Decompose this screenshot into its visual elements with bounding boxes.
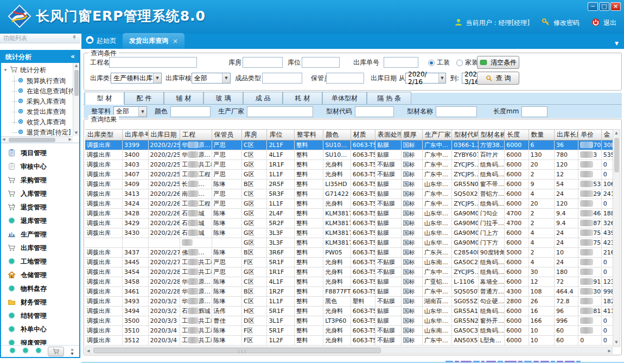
sidebar-item-补单中心[interactable]: 补单中心: [1, 323, 79, 336]
tree-root[interactable]: 统计分析: [1, 63, 79, 76]
material-tab-1[interactable]: 型 材: [85, 92, 124, 105]
tab-home[interactable]: 起始页: [81, 36, 123, 49]
column-header[interactable]: 整零料: [294, 130, 323, 141]
column-header[interactable]: 数量: [529, 130, 554, 141]
profile-code-input[interactable]: [355, 106, 394, 117]
table-vertical-scrollbar[interactable]: ▲ ▼: [613, 129, 620, 347]
scroll-down-icon[interactable]: ▼: [613, 340, 620, 346]
column-header[interactable]: 出库类型: [85, 130, 123, 141]
tree-item[interactable]: 采购入库查询: [12, 97, 79, 107]
scroll-down-icon[interactable]: ▼: [73, 130, 79, 136]
tree-item[interactable]: 收货入库查询: [12, 117, 79, 127]
close-button[interactable]: ×: [610, 2, 621, 11]
table-row[interactable]: 调拨出库34242020/2/26工工程严思G区1L1F整料光身料6063-T5…: [85, 199, 614, 209]
table-row[interactable]: 调拨出库35122020/3/4工共工程陈琳F区1L2F整料光身料6063-T5…: [85, 336, 614, 346]
sidebar-item-仓储管理[interactable]: 仓储管理: [1, 269, 79, 282]
table-row[interactable]: 调拨出库34302020/2/26石城陈琳G区3L3F整料KLM38176063…: [85, 228, 614, 238]
scroll-right-icon[interactable]: ▶: [608, 348, 611, 354]
maximize-button[interactable]: □: [599, 2, 609, 11]
radio-gongzhuang[interactable]: 工装: [428, 58, 450, 67]
logout-link[interactable]: 退出: [603, 18, 616, 28]
sidebar-item-退库管理[interactable]: 退库管理: [1, 214, 79, 228]
table-row[interactable]: 调拨出库34542020/2/28工共工程严思G区1R1F整料光身料6063-T…: [85, 267, 614, 277]
pin-icon[interactable]: [72, 34, 77, 42]
column-header[interactable]: 颜色: [323, 130, 351, 141]
scroll-up-icon[interactable]: ▲: [613, 130, 620, 136]
column-header[interactable]: 长度: [505, 130, 529, 141]
scroll-thumb[interactable]: ❘❘❘: [93, 348, 381, 353]
tab-list-chevron-icon[interactable]: ▼: [615, 41, 619, 46]
table-horizontal-scrollbar[interactable]: ◀ ❘❘❘ ▶: [85, 347, 613, 354]
column-header[interactable]: 出库长度: [554, 130, 578, 141]
manufacturer-input[interactable]: [247, 106, 313, 117]
material-tab-2[interactable]: 配 件: [124, 92, 164, 104]
keeper-input[interactable]: [326, 73, 364, 84]
dot-teal-icon[interactable]: [22, 346, 29, 356]
clear-conditions-button[interactable]: 清空条件: [477, 56, 519, 69]
sidebar-item-出库管理[interactable]: 出库管理: [1, 241, 79, 255]
dot-teal-icon[interactable]: [35, 346, 42, 356]
color-input[interactable]: [170, 106, 211, 117]
more-buttons-chevron[interactable]: »▾: [71, 348, 74, 355]
change-password-link[interactable]: 修改密码: [553, 18, 580, 28]
table-row[interactable]: 调拨出库34002020/2/25华原…严思C区4L1F整料SU10…6063-…: [85, 150, 614, 160]
scroll-thumb[interactable]: [9, 138, 55, 142]
product-type-input[interactable]: [262, 73, 302, 84]
project-name-input[interactable]: [109, 57, 197, 68]
material-tab-5[interactable]: 成 品: [243, 92, 283, 104]
dot-teal-icon[interactable]: [9, 346, 16, 356]
table-row[interactable]: 调拨出库34612020/2/28华原…陈琳B区1R2F整料F8877FT606…: [85, 287, 614, 297]
order-no-input[interactable]: [384, 57, 418, 68]
sidebar-item-财务管理[interactable]: 财务管理: [1, 296, 79, 309]
column-header[interactable]: 材质: [351, 130, 375, 141]
audit-select[interactable]: 全部▼: [192, 73, 231, 84]
sidebar-item-结转管理[interactable]: 结转管理: [1, 309, 79, 323]
material-tab-3[interactable]: 辅 材: [164, 92, 203, 104]
tab-active[interactable]: 发货出库查询 ×: [123, 33, 184, 49]
profile-name-input[interactable]: [436, 106, 477, 117]
material-tab-8[interactable]: 隔 热 条: [367, 92, 411, 104]
column-header[interactable]: 生产厂家: [422, 130, 451, 141]
scroll-up-icon[interactable]: ▲: [73, 63, 79, 69]
table-row[interactable]: G区3L3F整料KLM38176063-T5贴膜国标山东华…GA90M09…门下…: [85, 238, 614, 248]
column-header[interactable]: 型材代码: [452, 130, 478, 141]
sidebar-item-工地管理[interactable]: 工地管理: [1, 255, 79, 269]
table-row[interactable]: 调拨出库34372020/2/27佛…陈琳B区3R6F整料PW056063-T5…: [85, 248, 614, 258]
column-header[interactable]: 保管员: [212, 130, 241, 141]
scroll-right-icon[interactable]: ▶: [69, 137, 72, 143]
material-tab-6[interactable]: 耗 材: [283, 92, 322, 104]
minimize-button[interactable]: ─: [588, 2, 598, 11]
table-row[interactable]: 调拨出库34282020/2/26石城陈琳G区2L4F整料KLM38176063…: [85, 209, 614, 219]
tree-item[interactable]: 在途信息查询[待: [12, 86, 79, 97]
length-input[interactable]: [521, 106, 547, 117]
radio-jiazhuang[interactable]: 家装: [456, 58, 478, 67]
section-header[interactable]: 统计分析 «: [1, 51, 79, 63]
warehouse-input[interactable]: [243, 57, 283, 68]
material-tab-7[interactable]: 单体型材: [322, 92, 367, 104]
sidebar-item-入库管理[interactable]: 入库管理: [1, 187, 79, 201]
column-header[interactable]: 工程: [180, 130, 212, 141]
table-row[interactable]: 调拨出库34132020/2/26南…严思C区5R3F整料G714226063-…: [85, 189, 614, 199]
material-tab-4[interactable]: 玻 璃: [203, 92, 243, 104]
tree-item[interactable]: 预算执行查询: [12, 76, 79, 86]
column-header[interactable]: 金: [601, 130, 613, 141]
table-row[interactable]: 调拨出库34292020/2/26石城陈琳G区5R2F整料KLM38176063…: [85, 219, 614, 228]
table-row[interactable]: 调拨出库34092020/2/25长…陈琳B区2R5F整料LI35HD6063-…: [85, 180, 614, 189]
sidebar-item-生产管理[interactable]: 生产管理: [1, 228, 79, 241]
date-from-select[interactable]: 2020/ 2/16▼: [405, 73, 446, 84]
sidebar-item-审核中心[interactable]: 审核中心: [1, 160, 79, 174]
cart-button[interactable]: [48, 347, 64, 356]
table-row[interactable]: 调拨出库34032020/2/25工共工程严思G区1R1F整料光身料6063-T…: [85, 160, 614, 170]
table-row[interactable]: 调拨出库35102020/3/4工共工程陈琳F区5R1F整料光身料6063-T5…: [85, 326, 614, 336]
scroll-left-icon[interactable]: ◀: [87, 348, 90, 354]
table-row[interactable]: 调拨出库34452020/2/27工共工程严思F区5R1F整料光身料6063-T…: [85, 258, 614, 267]
table-row[interactable]: 调拨出库34942020/3/2石辉城汤伟H区5R1F整料光身料6063-T5贴…: [85, 306, 614, 316]
table-row[interactable]: 调拨出库34932020/3/2华原…陈琳C区1L1F整料黑色塑料不贴膜国标湖南…: [85, 297, 614, 306]
column-header[interactable]: 库房: [241, 130, 266, 141]
scroll-left-icon[interactable]: ◀: [2, 137, 5, 143]
outbound-type-select[interactable]: 生产领料出库▼: [111, 73, 162, 84]
table-row[interactable]: 调拨出库34072020/2/25工工程严思G区1L1F整料光身料6063-T5…: [85, 170, 614, 180]
sidebar-item-项目管理[interactable]: 项目管理: [1, 146, 79, 160]
column-header[interactable]: 表面处理: [375, 130, 401, 141]
sidebar-item-退货管理[interactable]: 退货管理: [1, 201, 79, 214]
